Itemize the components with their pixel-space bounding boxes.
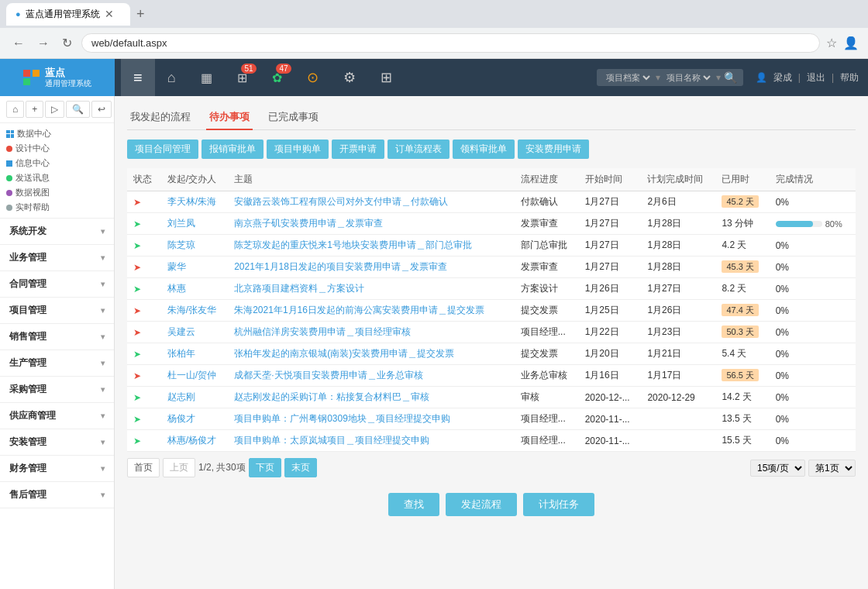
subject-link[interactable]: 项目申购单：广州粤钢0309地块＿项目经理提交申购 <box>234 413 450 424</box>
menu-group-header-6[interactable]: 采购管理 ▾ <box>0 377 114 402</box>
start-flow-btn[interactable]: 发起流程 <box>446 493 517 516</box>
plan-task-btn[interactable]: 计划任务 <box>523 493 594 516</box>
assignee-link[interactable]: 李天林/朱海 <box>167 196 216 207</box>
tab-pending[interactable]: 待办事项 <box>206 105 253 130</box>
subject-link[interactable]: 杭州融信洋房安装费用申请＿项目经理审核 <box>234 326 411 337</box>
search-category-select[interactable]: 项目档案 <box>603 72 653 83</box>
menu-group-header-4[interactable]: 销售管理 ▾ <box>0 324 114 350</box>
menu-group-header-5[interactable]: 生产管理 ▾ <box>0 350 114 376</box>
filter-invoice[interactable]: 开票申请 <box>332 140 384 159</box>
address-bar[interactable] <box>81 33 820 53</box>
tab-completed[interactable]: 已完成事项 <box>265 105 322 130</box>
tab-my-flows[interactable]: 我发起的流程 <box>127 105 194 130</box>
search-btn[interactable]: 查找 <box>388 493 439 516</box>
next-page-btn[interactable]: 下页 <box>249 458 281 477</box>
menu-group-header-2[interactable]: 合同管理 ▾ <box>0 271 114 297</box>
assignee-link[interactable]: 林惠 <box>167 283 186 294</box>
assignee-link[interactable]: 赵志刚 <box>167 391 195 402</box>
subject-link[interactable]: 朱海2021年1月16日发起的前海公寓安装费用申请＿提交发票 <box>234 305 484 315</box>
menu-group-header-1[interactable]: 业务管理 ▾ <box>0 245 114 270</box>
shortcut-design-center[interactable]: 设计中心 <box>6 141 108 156</box>
tab-close-icon[interactable]: ✕ <box>105 8 114 20</box>
assignee-link[interactable]: 吴建云 <box>167 326 195 337</box>
sidebar-search-btn[interactable]: 🔍 <box>66 101 90 118</box>
menu-group-0[interactable]: 系统开发 ▾ <box>0 219 114 245</box>
menu-group-header-0[interactable]: 系统开发 ▾ <box>0 219 114 244</box>
nav-app-btn[interactable]: ⊞ 51 <box>225 59 260 96</box>
nav-settings-btn[interactable]: ⚙ <box>331 59 368 96</box>
search-field-select[interactable]: 项目名称 <box>663 72 713 83</box>
sidebar-home-btn[interactable]: ⌂ <box>6 101 24 118</box>
menu-group-header-10[interactable]: 售后管理 ▾ <box>0 482 114 508</box>
back-button[interactable]: ← <box>9 33 28 53</box>
subject-link[interactable]: 张柏年发起的南京银城(南装)安装费用申请＿提交发票 <box>234 348 454 359</box>
new-tab-button[interactable]: + <box>136 6 145 22</box>
filter-install[interactable]: 安装费用申请 <box>518 140 589 159</box>
first-page-btn[interactable]: 首页 <box>127 458 160 477</box>
nav-doc-btn[interactable]: ▦ <box>188 59 225 96</box>
subject-link[interactable]: 项目申购单：太原岚城项目＿项目经理提交申购 <box>234 435 429 446</box>
last-page-btn[interactable]: 末页 <box>284 458 317 477</box>
assignee-link[interactable]: 陈芝琼 <box>167 239 195 250</box>
filter-reimburse[interactable]: 报销审批单 <box>202 140 264 159</box>
header-search[interactable]: 项目档案 ▾ 项目名称 ▾ 🔍 <box>597 69 743 86</box>
subject-link[interactable]: 北京路项目建档资料＿方案设计 <box>234 283 364 294</box>
current-page-select[interactable]: 第1页 <box>808 460 856 477</box>
menu-group-5[interactable]: 生产管理 ▾ <box>0 350 114 377</box>
assignee-link[interactable]: 蒙华 <box>167 261 186 272</box>
shortcut-data-center[interactable]: 数据中心 <box>6 126 108 141</box>
filter-material[interactable]: 领料审批单 <box>453 140 515 159</box>
sidebar-back-btn[interactable]: ↩ <box>91 101 112 118</box>
sidebar-play-btn[interactable]: ▷ <box>45 101 64 118</box>
nav-search-btn[interactable]: ⊙ <box>294 59 331 96</box>
menu-group-2[interactable]: 合同管理 ▾ <box>0 271 114 298</box>
menu-group-6[interactable]: 采购管理 ▾ <box>0 377 114 403</box>
nav-view-btn[interactable]: ⊞ <box>368 59 405 96</box>
help-btn[interactable]: 帮助 <box>840 71 859 84</box>
sidebar-add-btn[interactable]: + <box>26 101 43 118</box>
menu-group-header-9[interactable]: 财务管理 ▾ <box>0 456 114 481</box>
assignee-link[interactable]: 林惠/杨俊才 <box>167 435 216 446</box>
completion-pct: 0% <box>776 414 789 425</box>
shortcut-realtime-help[interactable]: 实时帮助 <box>6 200 108 215</box>
filter-purchase[interactable]: 项目申购单 <box>267 140 329 159</box>
menu-group-header-7[interactable]: 供应商管理 ▾ <box>0 403 114 429</box>
chevron-icon-0: ▾ <box>101 227 105 236</box>
shortcut-send-message[interactable]: 发送讯息 <box>6 170 108 185</box>
menu-group-10[interactable]: 售后管理 ▾ <box>0 482 114 508</box>
menu-group-header-8[interactable]: 安装管理 ▾ <box>0 429 114 455</box>
menu-group-header-3[interactable]: 项目管理 ▾ <box>0 298 114 323</box>
browser-tab[interactable]: ● 蓝点通用管理系统 ✕ <box>6 3 130 26</box>
menu-group-3[interactable]: 项目管理 ▾ <box>0 298 114 324</box>
menu-group-4[interactable]: 销售管理 ▾ <box>0 324 114 350</box>
menu-group-9[interactable]: 财务管理 ▾ <box>0 456 114 482</box>
account-icon[interactable]: 👤 <box>843 36 859 50</box>
menu-group-8[interactable]: 安装管理 ▾ <box>0 429 114 456</box>
subject-link[interactable]: 成都天垄·天悦项目安装费用申请＿业务总审核 <box>234 370 422 381</box>
assignee-link[interactable]: 杜一山/贺仲 <box>167 370 216 381</box>
bookmark-icon[interactable]: ☆ <box>826 36 837 50</box>
assignee-link[interactable]: 刘兰凤 <box>167 218 195 229</box>
filter-contract[interactable]: 项目合同管理 <box>127 140 198 159</box>
shortcut-info-center[interactable]: 信息中心 <box>6 156 108 170</box>
nav-msg-btn[interactable]: ✿ 47 <box>260 59 294 96</box>
forward-button[interactable]: → <box>34 33 53 53</box>
shortcut-data-view[interactable]: 数据视图 <box>6 185 108 200</box>
nav-menu-btn[interactable]: ≡ <box>121 59 155 96</box>
per-page-select[interactable]: 15项/页 <box>750 460 805 477</box>
menu-group-1[interactable]: 业务管理 ▾ <box>0 245 114 271</box>
subject-link[interactable]: 安徽路云装饰工程有限公司对外支付申请＿付款确认 <box>234 196 448 207</box>
subject-link[interactable]: 陈芝琼发起的重庆悦来1号地块安装费用申请＿部门总审批 <box>234 239 472 250</box>
assignee-link[interactable]: 杨俊才 <box>167 413 195 424</box>
assignee-link[interactable]: 朱海/张友华 <box>167 305 216 315</box>
menu-group-7[interactable]: 供应商管理 ▾ <box>0 403 114 429</box>
subject-link[interactable]: 2021年1月18日发起的项目安装费用申请＿发票审查 <box>234 261 447 272</box>
assignee-link[interactable]: 张柏年 <box>167 348 195 359</box>
subject-link[interactable]: 赵志刚发起的采购订单：粘接复合材料巴＿审核 <box>234 391 429 402</box>
logout-btn[interactable]: 退出 <box>807 71 825 84</box>
reload-button[interactable]: ↻ <box>59 33 75 53</box>
nav-home-btn[interactable]: ⌂ <box>155 59 188 96</box>
filter-order[interactable]: 订单流程表 <box>388 140 450 159</box>
prev-page-btn[interactable]: 上页 <box>163 458 195 477</box>
subject-link[interactable]: 南京燕子矶安装费用申请＿发票审查 <box>234 218 383 229</box>
